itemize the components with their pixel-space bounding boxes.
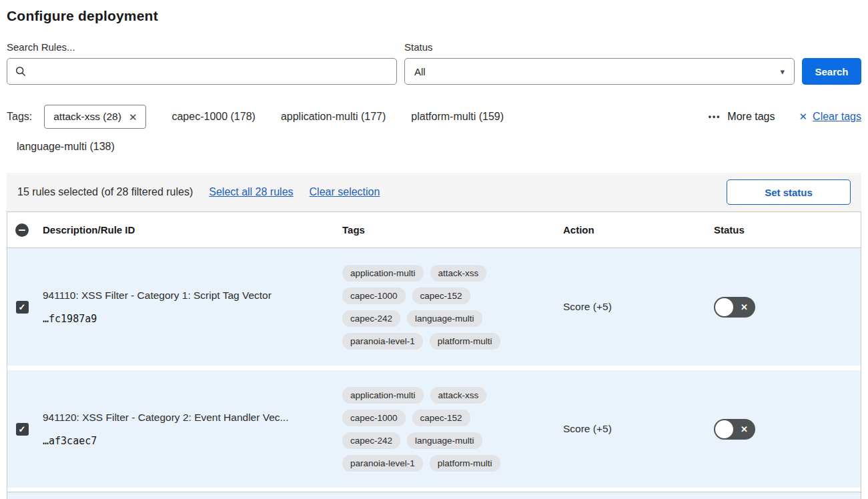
tag-chip-attack-xss[interactable]: attack-xss (28) ✕ <box>44 105 146 129</box>
rule-action: Score (+5) <box>563 301 714 313</box>
rule-status-cell: ✕ <box>714 297 861 318</box>
selection-summary: 15 rules selected (of 28 filtered rules) <box>17 186 193 198</box>
rules-table: Description/Rule ID Tags Action Status ✓… <box>7 211 861 499</box>
search-rules-label: Search Rules... <box>7 41 397 53</box>
tag-pill: capec-242 <box>342 432 400 449</box>
tag-pill: platform-multi <box>430 455 500 472</box>
column-header-description: Description/Rule ID <box>37 224 342 235</box>
clear-selection-link[interactable]: Clear selection <box>310 186 380 198</box>
select-all-link[interactable]: Select all 28 rules <box>209 186 293 198</box>
rule-id: …af3caec7 <box>43 435 329 447</box>
tag-chip-label: attack-xss (28) <box>53 111 121 123</box>
clear-tags-label: Clear tags <box>813 111 861 123</box>
tag-pill: capec-242 <box>342 310 400 327</box>
tags-line-2: language-multi (138) <box>7 141 861 153</box>
row-checkbox[interactable]: ✓ <box>16 301 29 314</box>
table-row-partial <box>7 492 861 499</box>
rule-tags-cell: application-multi attack-xss capec-1000 … <box>342 256 521 359</box>
tag-pill: attack-xss <box>430 387 487 404</box>
search-rules-input[interactable] <box>7 59 396 84</box>
selection-bar: 15 rules selected (of 28 filtered rules)… <box>7 173 861 211</box>
ellipsis-icon: ••• <box>709 112 721 121</box>
rule-description-cell: 941110: XSS Filter - Category 1: Script … <box>37 290 342 325</box>
page-title: Configure deployment <box>7 8 861 24</box>
remove-tag-icon[interactable]: ✕ <box>129 112 137 122</box>
rule-description: 941110: XSS Filter - Category 1: Script … <box>43 290 329 302</box>
toggle-knob <box>715 298 733 316</box>
rule-tags-cell: application-multi attack-xss capec-1000 … <box>342 378 521 481</box>
tags-line-1: Tags: attack-xss (28) ✕ capec-1000 (178)… <box>7 105 861 129</box>
search-icon <box>15 65 27 77</box>
status-select-value: All <box>414 66 426 77</box>
set-status-button[interactable]: Set status <box>727 179 851 205</box>
indeterminate-icon <box>19 229 25 231</box>
tags-label: Tags: <box>7 111 32 123</box>
tag-capec-1000[interactable]: capec-1000 (178) <box>171 111 255 123</box>
table-header-row: Description/Rule ID Tags Action Status <box>7 212 861 248</box>
search-box <box>7 58 397 85</box>
rule-description-cell: 941120: XSS Filter - Category 2: Event H… <box>37 412 342 447</box>
chevron-down-icon: ▾ <box>780 67 785 77</box>
search-field-group: Search Rules... <box>7 41 397 85</box>
tag-pill: language-multi <box>407 310 482 327</box>
column-header-tags: Tags <box>342 224 563 235</box>
status-label: Status <box>404 41 795 53</box>
table-row: ✓ 941120: XSS Filter - Category 2: Event… <box>7 370 861 488</box>
tag-pill: platform-multi <box>430 333 500 350</box>
toggle-off-icon: ✕ <box>741 303 748 312</box>
toggle-off-icon: ✕ <box>741 425 748 434</box>
more-tags-label: More tags <box>727 111 775 123</box>
clear-tags-x-icon: ✕ <box>799 111 808 123</box>
tag-pill: paranoia-level-1 <box>342 333 423 350</box>
tag-pill: attack-xss <box>430 265 487 282</box>
tag-pill: capec-152 <box>412 288 470 304</box>
rule-status-cell: ✕ <box>714 419 861 440</box>
toggle-knob <box>715 420 733 438</box>
tag-pill: application-multi <box>342 265 424 282</box>
search-button[interactable]: Search <box>802 58 861 85</box>
check-icon: ✓ <box>19 303 26 312</box>
column-header-status: Status <box>714 224 861 235</box>
tag-platform-multi[interactable]: platform-multi (159) <box>411 111 504 123</box>
tags-section: Tags: attack-xss (28) ✕ capec-1000 (178)… <box>7 105 861 153</box>
status-field-group: Status All ▾ <box>404 41 795 85</box>
tag-language-multi[interactable]: language-multi (138) <box>17 141 115 153</box>
tag-pill: language-multi <box>407 432 482 449</box>
tag-pill: paranoia-level-1 <box>342 455 423 472</box>
row-checkbox-cell: ✓ <box>7 301 37 314</box>
table-row: ✓ 941110: XSS Filter - Category 1: Scrip… <box>7 248 861 366</box>
tag-pill: capec-1000 <box>342 288 406 304</box>
status-toggle[interactable]: ✕ <box>714 297 755 318</box>
tag-pill: application-multi <box>342 387 424 404</box>
tag-pill: capec-152 <box>412 410 470 426</box>
configure-deployment-page: Configure deployment Search Rules... Sta… <box>0 0 868 499</box>
more-tags-button[interactable]: ••• More tags <box>709 111 775 123</box>
header-checkbox-cell <box>7 223 37 237</box>
filter-row: Search Rules... Status All ▾ Search <box>7 41 861 85</box>
column-header-action: Action <box>563 224 714 235</box>
tag-application-multi[interactable]: application-multi (177) <box>281 111 386 123</box>
status-toggle[interactable]: ✕ <box>714 419 755 440</box>
rule-action: Score (+5) <box>563 423 714 435</box>
row-checkbox-cell: ✓ <box>7 423 37 436</box>
rule-id: …fc1987a9 <box>43 313 329 325</box>
status-select[interactable]: All ▾ <box>404 58 795 85</box>
rule-description: 941120: XSS Filter - Category 2: Event H… <box>43 412 329 424</box>
clear-tags-button[interactable]: ✕ Clear tags <box>799 111 862 123</box>
row-checkbox[interactable]: ✓ <box>16 423 29 436</box>
select-all-checkbox[interactable] <box>15 223 29 237</box>
tag-pill: capec-1000 <box>342 410 406 426</box>
check-icon: ✓ <box>19 425 26 434</box>
